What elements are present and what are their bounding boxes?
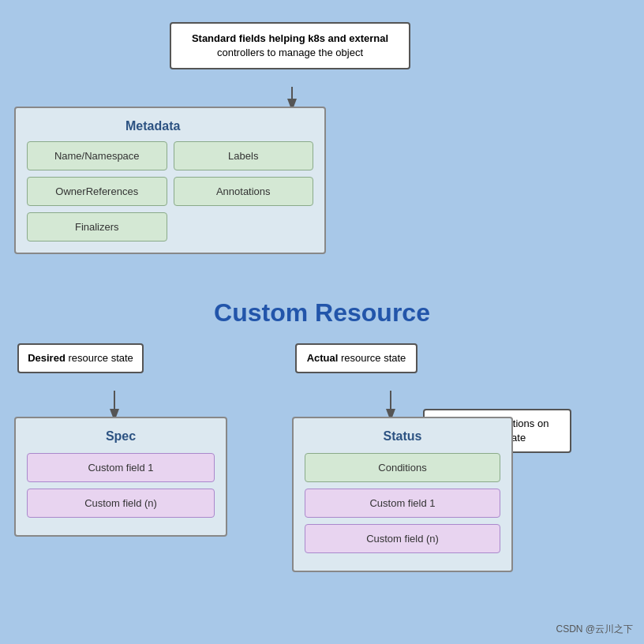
metadata-annotations: Annotations (174, 177, 314, 206)
metadata-owner-references: OwnerReferences (27, 177, 167, 206)
status-field-1: Custom field 1 (305, 489, 500, 518)
metadata-title: Metadata (27, 119, 313, 133)
desired-callout-text: Desired resource state (28, 352, 133, 364)
spec-title: Spec (27, 429, 215, 444)
watermark: CSDN @云川之下 (556, 623, 633, 636)
status-title: Status (305, 429, 500, 444)
metadata-name-namespace: Name/Namespace (27, 141, 167, 170)
metadata-grid: Name/Namespace Labels OwnerReferences An… (27, 141, 313, 242)
actual-callout-text: Actual resource state (307, 352, 406, 364)
actual-state-callout: Actual resource state (295, 343, 417, 373)
spec-field-n: Custom field (n) (27, 489, 215, 518)
custom-resource-title: Custom Resource (0, 298, 644, 328)
callout-standard-text: Standard fields helping k8s and external… (192, 32, 388, 58)
metadata-finalizers: Finalizers (27, 212, 167, 242)
metadata-labels: Labels (174, 141, 314, 170)
status-field-n: Custom field (n) (305, 524, 500, 553)
spec-field-1: Custom field 1 (27, 453, 215, 482)
conditions-field: Conditions (305, 453, 500, 482)
metadata-container: Metadata Name/Namespace Labels OwnerRefe… (14, 107, 326, 254)
spec-container: Spec Custom field 1 Custom field (n) (14, 417, 227, 537)
standard-fields-callout: Standard fields helping k8s and external… (170, 22, 410, 69)
desired-state-callout: Desired resource state (17, 343, 144, 373)
status-container: Status Conditions Custom field 1 Custom … (292, 417, 513, 572)
